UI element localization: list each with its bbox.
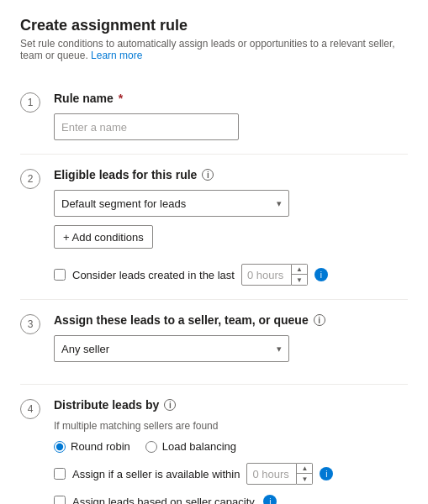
capacity-checkbox-row: Assign leads based on seller capacity. i: [54, 495, 408, 504]
page-subtitle: Set rule conditions to automatically ass…: [20, 38, 408, 61]
step-3: 3: [20, 314, 40, 334]
assign-available-checkbox-row: Assign if a seller is available within ▲…: [54, 463, 408, 485]
section-assign-leads: 3 Assign these leads to a seller, team, …: [20, 300, 408, 385]
load-balancing-radio[interactable]: [145, 441, 157, 453]
available-spinner-arrows: ▲ ▼: [297, 463, 313, 485]
segment-dropdown[interactable]: Default segment for leads ▾: [54, 190, 289, 217]
step-4: 4: [20, 399, 40, 419]
consider-leads-info-icon[interactable]: i: [314, 268, 328, 281]
assign-available-row: Assign if a seller is available within ▲…: [54, 463, 408, 485]
assign-available-checkbox[interactable]: [54, 468, 66, 480]
hours-input[interactable]: [241, 264, 292, 286]
available-spinner-down[interactable]: ▼: [297, 474, 312, 484]
section1-content: Rule name *: [54, 92, 408, 140]
section3-content: Assign these leads to a seller, team, or…: [54, 313, 408, 370]
round-robin-label: Round robin: [71, 440, 130, 453]
assign-available-label: Assign if a seller is available within: [72, 468, 240, 480]
section2-label: Eligible leads for this rule i: [54, 168, 408, 181]
step-2: 2: [20, 169, 40, 189]
spinner-arrows: ▲ ▼: [292, 264, 308, 286]
load-balancing-option[interactable]: Load balancing: [145, 440, 236, 453]
assign-dropdown-value: Any seller: [61, 343, 109, 355]
segment-dropdown-chevron: ▾: [277, 198, 282, 209]
capacity-checkbox[interactable]: [54, 496, 66, 504]
hours-spinner: ▲ ▼: [241, 264, 308, 286]
section-distribute-leads: 4 Distribute leads by i If multiple matc…: [20, 385, 408, 504]
spinner-down-arrow[interactable]: ▼: [292, 275, 307, 285]
assign-available-info-icon[interactable]: i: [320, 467, 333, 480]
round-robin-option[interactable]: Round robin: [54, 440, 130, 453]
round-robin-radio[interactable]: [54, 441, 66, 453]
eligible-leads-info-icon[interactable]: i: [202, 169, 214, 181]
section-rule-name: 1 Rule name *: [20, 78, 408, 155]
capacity-info-icon[interactable]: i: [263, 495, 277, 504]
step-1: 1: [20, 92, 40, 113]
rule-name-input[interactable]: [54, 113, 239, 140]
assign-dropdown-chevron: ▾: [277, 344, 282, 354]
section2-content: Eligible leads for this rule i Default s…: [54, 168, 408, 286]
consider-leads-checkbox[interactable]: [54, 269, 66, 281]
assign-info-icon[interactable]: i: [314, 314, 325, 326]
available-hours-input[interactable]: [246, 463, 297, 485]
distribute-sub-label: If multiple matching sellers are found: [54, 420, 408, 432]
consider-leads-label: Consider leads created in the last: [72, 269, 235, 281]
spinner-up-arrow[interactable]: ▲: [292, 265, 307, 275]
section-eligible-leads: 2 Eligible leads for this rule i Default…: [20, 155, 408, 300]
segment-dropdown-value: Default segment for leads: [61, 197, 186, 210]
section3-label: Assign these leads to a seller, team, or…: [54, 313, 408, 327]
available-spinner-up[interactable]: ▲: [297, 464, 312, 474]
section4-content: Distribute leads by i If multiple matchi…: [54, 398, 408, 504]
section1-label: Rule name *: [54, 92, 408, 105]
learn-more-link[interactable]: Learn more: [91, 50, 142, 61]
page-title: Create assignment rule: [20, 17, 408, 34]
section4-label: Distribute leads by i: [54, 398, 408, 412]
available-hours-spinner: ▲ ▼: [246, 463, 313, 485]
distribute-info-icon[interactable]: i: [164, 399, 176, 411]
capacity-label: Assign leads based on seller capacity.: [72, 496, 256, 505]
required-asterisk: *: [119, 92, 123, 105]
distribute-radio-group: Round robin Load balancing: [54, 440, 408, 453]
consider-leads-row: Consider leads created in the last ▲ ▼ i: [54, 264, 408, 286]
load-balancing-label: Load balancing: [162, 440, 236, 453]
add-conditions-button[interactable]: + Add conditions: [54, 225, 153, 249]
assign-dropdown[interactable]: Any seller ▾: [54, 335, 289, 362]
